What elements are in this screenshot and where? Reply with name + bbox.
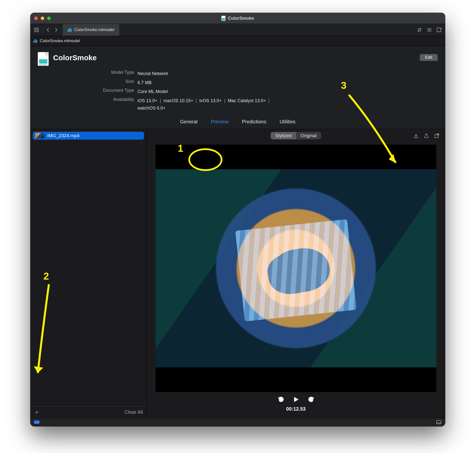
info-label-size: Size — [38, 79, 138, 84]
swap-icon[interactable] — [416, 27, 422, 33]
tab-utilities[interactable]: Utilities — [278, 118, 297, 126]
info-value-availability: iOS 13.0+|macOS 10.15+|tvOS 13.0+|Mac Ca… — [138, 97, 272, 112]
svg-marker-7 — [34, 366, 43, 373]
play-icon[interactable] — [293, 396, 299, 404]
status-bar — [30, 418, 445, 426]
mlmodel-icon — [221, 16, 225, 21]
segment-original[interactable]: Original — [296, 132, 321, 139]
status-indicator[interactable] — [34, 420, 40, 424]
svg-rect-2 — [35, 30, 36, 32]
share-icon[interactable] — [423, 133, 429, 139]
loop-icon[interactable] — [308, 396, 315, 404]
mlmodel-file-icon: MLMODEL — [38, 52, 49, 66]
video-thumbnail — [35, 133, 44, 138]
svg-rect-3 — [37, 30, 39, 32]
titlebar: ColorSmoke — [30, 13, 445, 24]
open-external-icon[interactable] — [434, 133, 440, 139]
tab-predictions[interactable]: Predictions — [240, 118, 268, 126]
preview-image — [156, 169, 436, 367]
info-label-model-type: Model Type — [38, 70, 138, 75]
nav-forward-button[interactable] — [53, 27, 59, 33]
annotation-circle-1 — [188, 148, 222, 171]
sidebar-toggle-icon[interactable] — [436, 419, 442, 425]
file-tab-label: ColorSmoke.mlmodel — [74, 27, 114, 32]
timecode: 00:12.53 — [286, 406, 306, 412]
clear-all-button[interactable]: Clear All — [125, 409, 143, 415]
nav-back-button[interactable] — [45, 27, 51, 33]
grid-icon[interactable] — [33, 27, 40, 33]
info-value-size: 6.7 MB — [138, 79, 152, 87]
add-panel-icon[interactable] — [436, 27, 442, 33]
window-title-wrap: ColorSmoke — [221, 16, 254, 21]
tab-preview[interactable]: Preview — [209, 118, 230, 126]
annotation-arrow-2 — [30, 279, 65, 385]
file-tab[interactable]: ColorSmoke.mlmodel — [63, 24, 119, 36]
info-value-model-type: Neural Network — [138, 70, 168, 77]
edit-button[interactable]: Edit — [420, 54, 438, 61]
svg-rect-1 — [37, 28, 39, 29]
playback-controls: 00:12.53 — [147, 392, 445, 418]
svg-rect-6 — [436, 420, 441, 424]
list-item[interactable]: IMG_2324.mp4 — [33, 132, 144, 140]
minimize-window-button[interactable] — [41, 17, 44, 20]
preview-actions — [413, 133, 440, 139]
preview-pane: Stylized Original — [147, 129, 445, 418]
mlmodel-bars-icon — [33, 39, 37, 43]
info-label-doc-type: Document Type — [38, 88, 138, 93]
window-controls — [34, 17, 51, 20]
rewind-icon[interactable] — [277, 396, 284, 404]
annotation-arrow-3 — [344, 90, 408, 171]
info-value-doc-type: Core ML Model — [138, 88, 168, 95]
app-window: ColorSmoke ColorSmoke.mlmodel — [30, 13, 445, 426]
window-title: ColorSmoke — [228, 16, 254, 21]
svg-rect-4 — [437, 28, 441, 32]
model-header: MLMODEL ColorSmoke Edit — [30, 46, 445, 67]
add-input-button[interactable]: ＋ — [34, 409, 40, 415]
breadcrumb: ColorSmoke.mlmodel — [30, 36, 445, 46]
download-icon[interactable] — [413, 133, 419, 139]
svg-marker-8 — [389, 154, 396, 163]
close-window-button[interactable] — [34, 17, 38, 20]
main-split: IMG_2324.mp4 ＋ Clear All Stylized Origin… — [30, 129, 445, 418]
segment-stylized[interactable]: Stylized — [271, 132, 296, 139]
mlmodel-bars-icon — [68, 28, 72, 32]
toolbar: ColorSmoke.mlmodel — [30, 24, 445, 36]
svg-rect-0 — [35, 28, 36, 29]
lines-icon[interactable] — [426, 27, 432, 33]
info-label-availability: Availability — [38, 97, 138, 102]
tab-general[interactable]: General — [178, 118, 199, 126]
breadcrumb-file[interactable]: ColorSmoke.mlmodel — [40, 38, 80, 43]
zoom-window-button[interactable] — [47, 17, 51, 20]
model-title: ColorSmoke — [53, 54, 97, 62]
sidebar-footer: ＋ Clear All — [30, 406, 146, 418]
output-mode-segmented[interactable]: Stylized Original — [271, 132, 321, 139]
list-item-label: IMG_2324.mp4 — [47, 133, 79, 138]
preview-canvas — [156, 145, 436, 392]
